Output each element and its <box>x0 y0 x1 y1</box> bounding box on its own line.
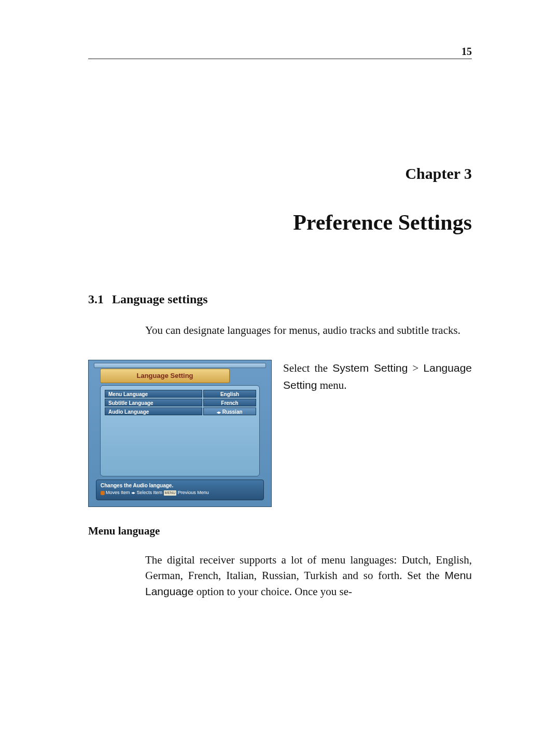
section-title: Language settings <box>112 292 208 306</box>
setting-row-menu-language[interactable]: Menu Language English <box>105 390 256 398</box>
left-right-arrows-icon: ◂▸ <box>217 410 222 415</box>
intro-paragraph: You can designate languages for menus, a… <box>145 322 472 338</box>
setting-row-subtitle-language[interactable]: Subtitle Language French <box>105 399 256 406</box>
screenshot-panel: Menu Language English Subtitle Language … <box>100 385 260 476</box>
screenshot-title: Language Setting <box>100 369 230 383</box>
screenshot-topbar <box>94 363 266 368</box>
footer-hint-secondary: Moves Item ◂▸ Selects Item MENU Previous… <box>101 489 259 496</box>
row-value: English <box>203 390 256 398</box>
figure-row: Language Setting Menu Language English S… <box>88 360 472 507</box>
row-label: Audio Language <box>105 407 202 415</box>
menu-badge: MENU <box>164 490 177 496</box>
row-value: French <box>203 399 256 406</box>
leftright-icon: ◂▸ <box>131 490 135 496</box>
embedded-screenshot: Language Setting Menu Language English S… <box>88 360 272 507</box>
screenshot-footer: Changes the Audio language. Moves Item ◂… <box>96 480 264 500</box>
subsection-heading: Menu language <box>88 525 160 538</box>
chapter-label: Chapter 3 <box>405 165 472 182</box>
menu-path-system-setting: System Setting <box>332 362 408 374</box>
footer-hint-primary: Changes the Audio language. <box>101 482 259 489</box>
updown-icon <box>101 491 105 495</box>
row-label: Menu Language <box>105 390 202 398</box>
row-label: Subtitle Language <box>105 399 202 406</box>
chapter-title: Preference Settings <box>293 210 472 235</box>
document-page: 15 Chapter 3 Preference Settings 3.1Lang… <box>0 0 560 746</box>
page-number: 15 <box>461 46 472 58</box>
section-heading: 3.1Language settings <box>88 292 208 306</box>
row-value: ◂▸ Russian <box>203 407 256 415</box>
section-number: 3.1 <box>88 292 104 306</box>
header-rule <box>88 59 472 59</box>
figure-caption-text: Select the System Setting > Language Set… <box>283 360 472 507</box>
body-paragraph: The digital receiver supports a lot of m… <box>145 552 472 599</box>
setting-row-audio-language[interactable]: Audio Language ◂▸ Russian <box>105 407 256 415</box>
